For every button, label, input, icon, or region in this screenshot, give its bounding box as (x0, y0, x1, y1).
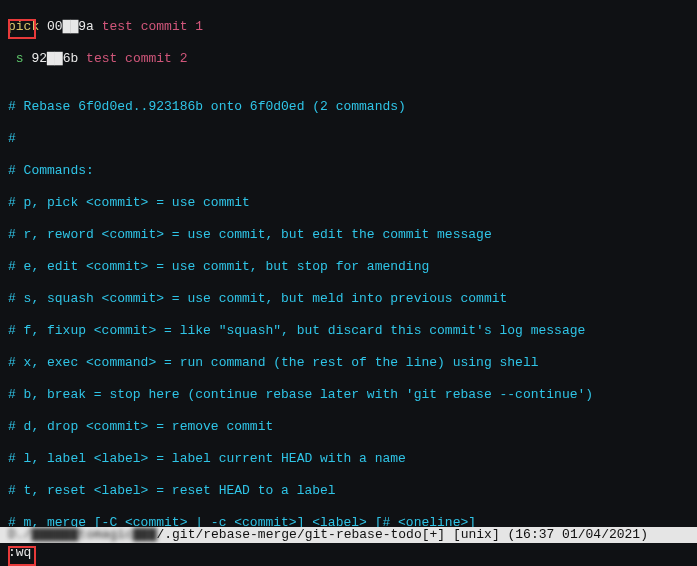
comment-line: # p, pick <commit> = use commit (8, 195, 689, 211)
comment-line: # Rebase 6f0d0ed..923186b onto 6f0d0ed (… (8, 99, 689, 115)
commit-message: test commit 2 (86, 51, 187, 66)
comment-line: # t, reset <label> = reset HEAD to a lab… (8, 483, 689, 499)
commit-hash: 00▇▇9a (47, 19, 94, 34)
vim-command-line[interactable]: :wq (0, 543, 697, 565)
vim-command-text: :wq (8, 545, 31, 560)
comment-line: # b, break = stop here (continue rebase … (8, 387, 689, 403)
comment-line: # s, squash <commit> = use commit, but m… (8, 291, 689, 307)
comment-line: # (8, 131, 689, 147)
comment-line: # l, label <label> = label current HEAD … (8, 451, 689, 467)
comment-line: # f, fixup <commit> = like "squash", but… (8, 323, 689, 339)
vim-status-bar: D./▇▇▇▇▇▇tomagic▇▇▇/.git/rebase-merge/gi… (0, 527, 697, 543)
commit-hash: 92▇▇6b (31, 51, 78, 66)
status-path-prefix: D./▇▇▇▇▇▇tomagic▇▇▇ (8, 527, 156, 542)
rebase-action: pick (8, 19, 39, 34)
vim-editor-pane[interactable]: pick 00▇▇9a test commit 1 s 92▇▇6b test … (0, 0, 697, 566)
comment-line: # Commands: (8, 163, 689, 179)
comment-line: # d, drop <commit> = remove commit (8, 419, 689, 435)
comment-line: # r, reword <commit> = use commit, but e… (8, 227, 689, 243)
rebase-line: s 92▇▇6b test commit 2 (8, 51, 689, 67)
rebase-line: pick 00▇▇9a test commit 1 (8, 19, 689, 35)
comment-line: # x, exec <command> = run command (the r… (8, 355, 689, 371)
rebase-action: s (16, 51, 24, 66)
status-path: /.git/rebase-merge/git-rebase-todo[+] [u… (156, 527, 647, 542)
commit-message: test commit 1 (102, 19, 203, 34)
comment-line: # e, edit <commit> = use commit, but sto… (8, 259, 689, 275)
